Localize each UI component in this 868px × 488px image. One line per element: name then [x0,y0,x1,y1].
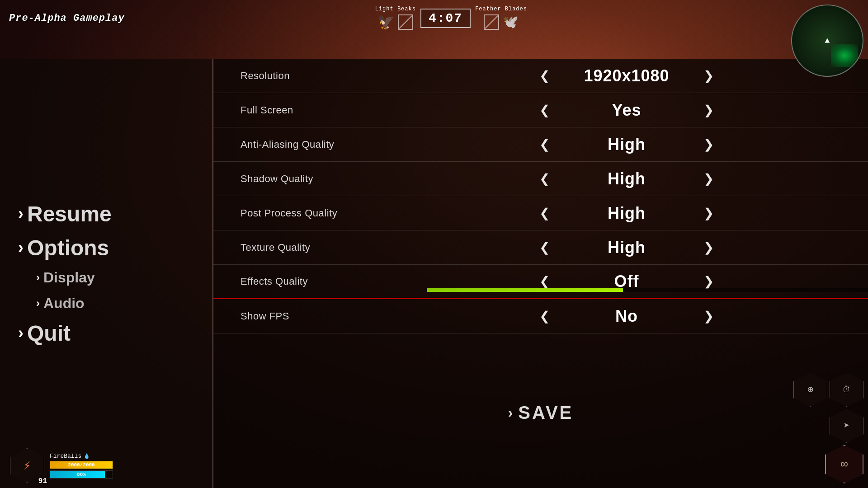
fullscreen-value: Yes [563,101,690,120]
feather-blades-icon: 🕊️ [503,14,519,30]
resume-menu-item[interactable]: › Resume [18,202,212,226]
fullscreen-label: Full Screen [213,104,385,116]
ability-main[interactable]: ∞ [825,445,863,483]
feather-blades-slash-icon [484,14,499,30]
antialiasing-left-arrow[interactable]: ❮ [539,138,550,151]
resolution-label: Resolution [213,70,385,82]
ability-main-icon: ∞ [841,458,848,471]
audio-label: Audio [43,295,85,312]
postprocess-left-arrow[interactable]: ❮ [539,207,550,220]
resolution-row: Resolution ❮ 868x488 ❯ [213,59,868,93]
resolution-control: ❮ 868x488 ❯ [385,66,868,85]
mana-bar: 88% [50,470,113,479]
player-icon: ⚡ [24,458,31,473]
ability-3-num: 4 [859,408,862,414]
ability-2-icon: ⏱ [843,385,851,394]
display-label: Display [43,269,95,286]
shadow-right-arrow[interactable]: ❯ [703,173,714,185]
showfps-value: No [563,307,690,326]
ability-slot-1[interactable]: ⊕ 2 [793,373,827,407]
save-chevron-icon: › [508,404,515,421]
resolution-left-arrow[interactable]: ❮ [539,70,550,82]
shadow-value: High [563,169,690,188]
feather-blades-label: Feather Blades [475,6,527,12]
ability-3-icon: ➤ [844,420,849,432]
right-ability-hud: ⊕ 2 ⏱ 3 ➤ 4 ∞ [793,373,863,483]
ability-row-bottom: ➤ 4 [830,409,863,443]
panel-divider [212,59,213,488]
texture-control: ❮ High ❯ [385,238,868,257]
minimap-player-arrow: ▲ [825,36,830,45]
showfps-control: ❮ No ❯ [385,307,868,326]
texture-right-arrow[interactable]: ❯ [703,241,714,254]
bottom-hud: ⚡ 91 FireBalls 💧 2000/2000 88% [0,443,868,488]
postprocess-right-arrow[interactable]: ❯ [703,207,714,220]
ability-1-icon: ⊕ [807,384,813,396]
options-label: Options [27,235,109,260]
antialiasing-row: Anti-Aliasing Quality ❮ High ❯ [213,127,868,162]
display-chevron-icon: › [36,271,40,284]
texture-row: Texture Quality ❮ High ❯ [213,230,868,265]
audio-menu-item[interactable]: › Audio [36,295,212,312]
left-menu-panel: › Resume › Options › Display › Audio › Q… [0,59,212,488]
ability-slot-3[interactable]: ➤ 4 [830,409,863,443]
resolution-value: 868x488 [563,66,690,85]
ability-1-num: 2 [823,372,826,378]
showfps-right-arrow[interactable]: ❯ [703,310,714,323]
health-bar: 2000/2000 [50,461,113,469]
postprocess-row: Post Process Quality ❮ High ❯ [213,196,868,230]
effects-left-arrow[interactable]: ❮ [539,275,550,288]
save-label: SAVE [518,403,573,423]
player-name-row: FireBalls 💧 [50,453,113,460]
top-bar: Pre-Alpha Gameplay Light Beaks 🦅 4:07 Fe… [0,0,868,36]
antialiasing-label: Anti-Aliasing Quality [213,139,385,150]
postprocess-value: High [563,204,690,223]
fullscreen-left-arrow[interactable]: ❮ [539,104,550,117]
player-name: FireBalls [50,453,81,460]
mana-text: 88% [50,471,113,478]
resolution-right-arrow[interactable]: ❯ [703,70,714,82]
shadow-control: ❮ High ❯ [385,169,868,188]
pre-alpha-label: Pre-Alpha Gameplay [9,13,125,24]
fullscreen-right-arrow[interactable]: ❯ [703,104,714,117]
light-beaks-label: Light Beaks [375,6,416,12]
quit-menu-item[interactable]: › Quit [18,321,212,346]
shadow-label: Shadow Quality [213,173,385,185]
texture-label: Texture Quality [213,242,385,253]
ability-row-top: ⊕ 2 ⏱ 3 [793,373,863,407]
progress-bar [427,288,868,292]
options-menu-item[interactable]: › Options [18,235,212,260]
options-chevron-icon: › [18,238,24,257]
effects-label: Effects Quality [213,276,385,287]
fullscreen-control: ❮ Yes ❯ [385,101,868,120]
player-avatar-hex: ⚡ 91 [9,447,45,483]
texture-left-arrow[interactable]: ❮ [539,241,550,254]
texture-value: High [563,238,690,257]
settings-panel: Resolution ❮ 868x488 ❯ Full Screen ❮ Y… [213,59,868,488]
save-button[interactable]: › SAVE [508,403,574,423]
health-text: 2000/2000 [50,461,113,469]
antialiasing-right-arrow[interactable]: ❯ [703,138,714,151]
antialiasing-control: ❮ High ❯ [385,135,868,154]
display-menu-item[interactable]: › Display [36,269,212,286]
minimap-terrain [831,44,858,67]
effects-right-arrow[interactable]: ❯ [703,275,714,288]
game-timer: 4:07 [420,9,471,28]
quit-chevron-icon: › [18,324,24,343]
showfps-left-arrow[interactable]: ❮ [539,310,550,323]
antialiasing-value: High [563,135,690,154]
ability-slot-2[interactable]: ⏱ 3 [830,373,863,407]
light-beaks-slash-icon [398,14,413,30]
light-beaks-icon: 🦅 [378,14,394,30]
health-bar-container: 2000/2000 88% [50,461,113,479]
fullscreen-row: Full Screen ❮ Yes ❯ [213,93,868,127]
ability-2-num: 3 [859,372,862,378]
ability-row-main: ∞ [825,445,863,483]
showfps-label: Show FPS [213,310,385,322]
quit-label: Quit [27,321,71,346]
shadow-left-arrow[interactable]: ❮ [539,173,550,185]
resume-chevron-icon: › [18,204,24,223]
hud-center: Light Beaks 🦅 4:07 Feather Blades 🕊️ [375,6,527,30]
shadow-row: Shadow Quality ❮ High ❯ [213,162,868,196]
player-stats: FireBalls 💧 2000/2000 88% [50,453,113,479]
